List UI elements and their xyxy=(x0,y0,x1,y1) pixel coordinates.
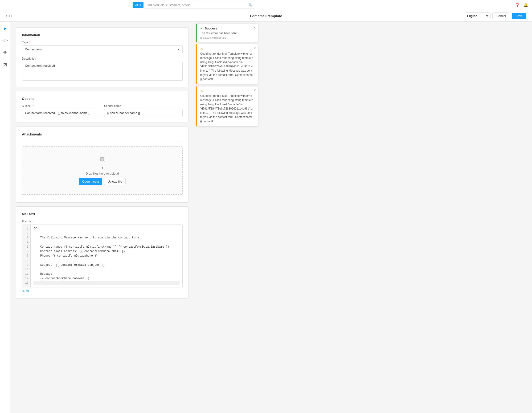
sender-name-label: Sender name xyxy=(104,104,183,108)
sub-navbar: ‹ ⊙ Edit email template English Cancel S… xyxy=(0,10,532,22)
toast-close-button[interactable]: ✕ xyxy=(253,46,256,50)
description-textarea[interactable]: Contact form received xyxy=(22,62,183,81)
search-type-label: All xyxy=(135,3,138,7)
type-select[interactable]: Contact form xyxy=(22,46,183,53)
sidebar-play-icon[interactable]: ▶ xyxy=(1,25,9,32)
toast-0: ✔Success ✕ The test email has been sent.… xyxy=(196,24,258,42)
sidebar-code-icon[interactable]: </> xyxy=(1,37,9,44)
home-button[interactable]: ⊙ xyxy=(9,14,12,18)
toast-title: Success xyxy=(205,27,217,30)
open-media-button[interactable]: Open media xyxy=(79,178,102,185)
toast-body: Could not render Mail-Template with erro… xyxy=(200,94,255,123)
content-area: Information Type * Contact form Descript… xyxy=(10,22,194,413)
options-card: Options Subject * Sender name xyxy=(16,91,189,123)
upload-area: 🖼 ⬆ Drag files here to upload Open media… xyxy=(22,146,183,195)
language-select[interactable]: English xyxy=(465,12,491,19)
save-button[interactable]: Save xyxy=(512,13,526,19)
back-button[interactable]: ‹ xyxy=(6,14,7,18)
description-label: Description xyxy=(22,57,183,60)
upload-actions: Open media Upload file xyxy=(32,178,173,185)
search-bar: All ▾ 🔍 xyxy=(133,2,255,9)
sender-name-input[interactable] xyxy=(104,109,183,117)
warning-icon: ⚠ xyxy=(200,89,203,93)
subject-label: Subject * xyxy=(22,104,100,108)
warning-icon: ⚠ xyxy=(200,47,203,51)
sender-name-col: Sender name xyxy=(104,104,183,117)
email-hint: test@winkelbauern.de xyxy=(200,36,255,39)
type-label: Type * xyxy=(22,41,183,44)
search-input[interactable] xyxy=(143,2,247,9)
code-editor[interactable]: 12345678910111213 {{ The following Messa… xyxy=(22,225,183,287)
help-icon[interactable]: ❓ xyxy=(515,3,520,7)
notification-panel: ✔Success ✕ The test email has been sent.… xyxy=(194,22,260,413)
sidebar-image-icon[interactable]: 🖼 xyxy=(1,61,9,69)
main-layout: ▶ </> 👁 🖼 Information Type * Contact for… xyxy=(0,22,532,413)
drag-icon: ⬆ xyxy=(101,166,104,170)
toast-1: ⚠ ✕ Could not render Mail-Template with … xyxy=(196,44,258,84)
line-numbers: 12345678910111213 xyxy=(22,225,31,287)
more-options-button[interactable]: ··· xyxy=(22,140,183,144)
toast-close-button[interactable]: ✕ xyxy=(253,88,256,92)
search-button[interactable]: 🔍 xyxy=(246,2,255,9)
success-icon: ✔ xyxy=(200,27,203,30)
toast-close-button[interactable]: ✕ xyxy=(253,26,256,29)
information-title: Information xyxy=(22,33,183,37)
toast-header: ✔Success xyxy=(200,27,255,30)
options-title: Options xyxy=(22,97,183,101)
upload-file-button[interactable]: Upload file xyxy=(104,178,126,185)
toast-body: Could not render Mail-Template with erro… xyxy=(200,52,255,81)
mail-text-title: Mail text xyxy=(22,212,183,216)
plain-text-label: Plain text xyxy=(22,220,183,223)
toast-header: ⚠ xyxy=(200,47,255,51)
mail-text-card: Mail text Plain text 12345678910111213 {… xyxy=(16,206,189,299)
attachments-title: Attachments xyxy=(22,132,183,136)
notification-icon[interactable]: 🔔 xyxy=(523,3,528,7)
cancel-button[interactable]: Cancel xyxy=(493,12,510,19)
topnav-right: ❓ 🔔 xyxy=(515,3,528,7)
toast-2: ⚠ ✕ Could not render Mail-Template with … xyxy=(196,86,258,127)
dropdown-arrow-icon: ▾ xyxy=(140,3,141,7)
search-type-select[interactable]: All ▾ xyxy=(133,2,143,8)
page-title: Edit email template xyxy=(250,14,282,18)
sidebar-eye-icon[interactable]: 👁 xyxy=(1,49,9,56)
subject-input[interactable] xyxy=(22,109,100,117)
subject-col: Subject * xyxy=(22,104,100,117)
upload-placeholder-icon: 🖼 xyxy=(32,156,173,163)
subnav-actions: English Cancel Save xyxy=(465,12,526,19)
top-navbar: All ▾ 🔍 ❓ 🔔 xyxy=(0,0,532,10)
toast-body: The test email has been sent. xyxy=(200,31,255,35)
code-content[interactable]: {{ The following Message was sent to you… xyxy=(31,225,182,287)
attachments-card: Attachments ··· 🖼 ⬆ Drag files here to u… xyxy=(16,127,189,203)
drag-text: Drag files here to upload xyxy=(32,172,173,175)
html-tab[interactable]: HTML xyxy=(22,289,183,293)
sidebar-icons: ▶ </> 👁 🖼 xyxy=(0,22,10,413)
information-card: Information Type * Contact form Descript… xyxy=(16,27,189,87)
search-icon: 🔍 xyxy=(248,3,253,7)
toast-header: ⚠ xyxy=(200,89,255,93)
options-row: Subject * Sender name xyxy=(22,104,183,117)
